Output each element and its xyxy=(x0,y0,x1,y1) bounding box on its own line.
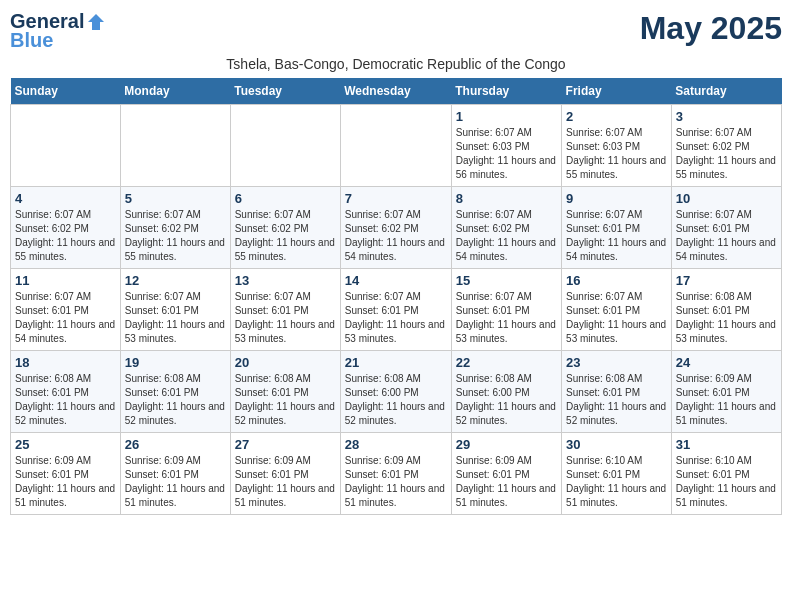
day-number: 23 xyxy=(566,355,667,370)
day-info: Sunrise: 6:10 AM Sunset: 6:01 PM Dayligh… xyxy=(676,454,777,510)
day-info: Sunrise: 6:08 AM Sunset: 6:01 PM Dayligh… xyxy=(676,290,777,346)
calendar-cell xyxy=(230,105,340,187)
day-number: 3 xyxy=(676,109,777,124)
day-number: 6 xyxy=(235,191,336,206)
day-info: Sunrise: 6:09 AM Sunset: 6:01 PM Dayligh… xyxy=(235,454,336,510)
logo: General Blue xyxy=(10,10,108,52)
calendar-cell: 11Sunrise: 6:07 AM Sunset: 6:01 PM Dayli… xyxy=(11,269,121,351)
calendar-cell: 6Sunrise: 6:07 AM Sunset: 6:02 PM Daylig… xyxy=(230,187,340,269)
calendar-cell: 18Sunrise: 6:08 AM Sunset: 6:01 PM Dayli… xyxy=(11,351,121,433)
day-number: 11 xyxy=(15,273,116,288)
calendar-cell: 22Sunrise: 6:08 AM Sunset: 6:00 PM Dayli… xyxy=(451,351,561,433)
day-info: Sunrise: 6:07 AM Sunset: 6:01 PM Dayligh… xyxy=(676,208,777,264)
month-year-title: May 2025 xyxy=(640,10,782,47)
day-number: 27 xyxy=(235,437,336,452)
calendar-cell: 10Sunrise: 6:07 AM Sunset: 6:01 PM Dayli… xyxy=(671,187,781,269)
calendar-cell: 31Sunrise: 6:10 AM Sunset: 6:01 PM Dayli… xyxy=(671,433,781,515)
calendar-cell: 14Sunrise: 6:07 AM Sunset: 6:01 PM Dayli… xyxy=(340,269,451,351)
day-number: 24 xyxy=(676,355,777,370)
calendar-cell: 19Sunrise: 6:08 AM Sunset: 6:01 PM Dayli… xyxy=(120,351,230,433)
day-number: 5 xyxy=(125,191,226,206)
day-info: Sunrise: 6:08 AM Sunset: 6:01 PM Dayligh… xyxy=(125,372,226,428)
calendar-week-5: 25Sunrise: 6:09 AM Sunset: 6:01 PM Dayli… xyxy=(11,433,782,515)
calendar-cell: 25Sunrise: 6:09 AM Sunset: 6:01 PM Dayli… xyxy=(11,433,121,515)
calendar-cell: 4Sunrise: 6:07 AM Sunset: 6:02 PM Daylig… xyxy=(11,187,121,269)
calendar-week-1: 1Sunrise: 6:07 AM Sunset: 6:03 PM Daylig… xyxy=(11,105,782,187)
day-number: 14 xyxy=(345,273,447,288)
calendar-cell: 13Sunrise: 6:07 AM Sunset: 6:01 PM Dayli… xyxy=(230,269,340,351)
logo-icon xyxy=(86,12,106,32)
calendar-header-row: Sunday Monday Tuesday Wednesday Thursday… xyxy=(11,78,782,105)
calendar-cell: 15Sunrise: 6:07 AM Sunset: 6:01 PM Dayli… xyxy=(451,269,561,351)
location-subtitle: Tshela, Bas-Congo, Democratic Republic o… xyxy=(10,56,782,72)
header-saturday: Saturday xyxy=(671,78,781,105)
day-info: Sunrise: 6:07 AM Sunset: 6:01 PM Dayligh… xyxy=(125,290,226,346)
calendar-cell: 21Sunrise: 6:08 AM Sunset: 6:00 PM Dayli… xyxy=(340,351,451,433)
calendar-cell xyxy=(340,105,451,187)
day-info: Sunrise: 6:08 AM Sunset: 6:01 PM Dayligh… xyxy=(235,372,336,428)
day-info: Sunrise: 6:07 AM Sunset: 6:01 PM Dayligh… xyxy=(566,290,667,346)
day-info: Sunrise: 6:08 AM Sunset: 6:00 PM Dayligh… xyxy=(345,372,447,428)
day-info: Sunrise: 6:10 AM Sunset: 6:01 PM Dayligh… xyxy=(566,454,667,510)
day-number: 13 xyxy=(235,273,336,288)
day-info: Sunrise: 6:09 AM Sunset: 6:01 PM Dayligh… xyxy=(456,454,557,510)
day-number: 21 xyxy=(345,355,447,370)
calendar-cell: 17Sunrise: 6:08 AM Sunset: 6:01 PM Dayli… xyxy=(671,269,781,351)
day-info: Sunrise: 6:07 AM Sunset: 6:02 PM Dayligh… xyxy=(125,208,226,264)
day-number: 10 xyxy=(676,191,777,206)
day-info: Sunrise: 6:07 AM Sunset: 6:03 PM Dayligh… xyxy=(456,126,557,182)
day-number: 29 xyxy=(456,437,557,452)
calendar-cell: 26Sunrise: 6:09 AM Sunset: 6:01 PM Dayli… xyxy=(120,433,230,515)
calendar-week-3: 11Sunrise: 6:07 AM Sunset: 6:01 PM Dayli… xyxy=(11,269,782,351)
day-number: 2 xyxy=(566,109,667,124)
day-info: Sunrise: 6:08 AM Sunset: 6:00 PM Dayligh… xyxy=(456,372,557,428)
day-info: Sunrise: 6:07 AM Sunset: 6:02 PM Dayligh… xyxy=(456,208,557,264)
title-section: May 2025 xyxy=(640,10,782,47)
header-wednesday: Wednesday xyxy=(340,78,451,105)
day-info: Sunrise: 6:08 AM Sunset: 6:01 PM Dayligh… xyxy=(566,372,667,428)
calendar-cell: 1Sunrise: 6:07 AM Sunset: 6:03 PM Daylig… xyxy=(451,105,561,187)
calendar-cell: 8Sunrise: 6:07 AM Sunset: 6:02 PM Daylig… xyxy=(451,187,561,269)
day-info: Sunrise: 6:07 AM Sunset: 6:02 PM Dayligh… xyxy=(235,208,336,264)
calendar-cell: 9Sunrise: 6:07 AM Sunset: 6:01 PM Daylig… xyxy=(562,187,672,269)
header-friday: Friday xyxy=(562,78,672,105)
day-number: 31 xyxy=(676,437,777,452)
day-number: 12 xyxy=(125,273,226,288)
calendar-cell: 29Sunrise: 6:09 AM Sunset: 6:01 PM Dayli… xyxy=(451,433,561,515)
calendar-table: Sunday Monday Tuesday Wednesday Thursday… xyxy=(10,78,782,515)
day-number: 16 xyxy=(566,273,667,288)
day-info: Sunrise: 6:07 AM Sunset: 6:02 PM Dayligh… xyxy=(345,208,447,264)
day-info: Sunrise: 6:08 AM Sunset: 6:01 PM Dayligh… xyxy=(15,372,116,428)
day-number: 19 xyxy=(125,355,226,370)
svg-marker-0 xyxy=(88,14,104,30)
calendar-cell: 28Sunrise: 6:09 AM Sunset: 6:01 PM Dayli… xyxy=(340,433,451,515)
calendar-week-4: 18Sunrise: 6:08 AM Sunset: 6:01 PM Dayli… xyxy=(11,351,782,433)
calendar-cell xyxy=(120,105,230,187)
header-thursday: Thursday xyxy=(451,78,561,105)
calendar-cell: 23Sunrise: 6:08 AM Sunset: 6:01 PM Dayli… xyxy=(562,351,672,433)
day-number: 7 xyxy=(345,191,447,206)
logo-blue: Blue xyxy=(10,29,53,52)
header-sunday: Sunday xyxy=(11,78,121,105)
calendar-week-2: 4Sunrise: 6:07 AM Sunset: 6:02 PM Daylig… xyxy=(11,187,782,269)
calendar-cell: 16Sunrise: 6:07 AM Sunset: 6:01 PM Dayli… xyxy=(562,269,672,351)
day-number: 22 xyxy=(456,355,557,370)
calendar-cell: 27Sunrise: 6:09 AM Sunset: 6:01 PM Dayli… xyxy=(230,433,340,515)
calendar-cell: 20Sunrise: 6:08 AM Sunset: 6:01 PM Dayli… xyxy=(230,351,340,433)
page-header: General Blue May 2025 xyxy=(10,10,782,52)
day-number: 18 xyxy=(15,355,116,370)
day-info: Sunrise: 6:09 AM Sunset: 6:01 PM Dayligh… xyxy=(15,454,116,510)
calendar-cell: 3Sunrise: 6:07 AM Sunset: 6:02 PM Daylig… xyxy=(671,105,781,187)
day-number: 8 xyxy=(456,191,557,206)
day-info: Sunrise: 6:09 AM Sunset: 6:01 PM Dayligh… xyxy=(125,454,226,510)
calendar-cell: 30Sunrise: 6:10 AM Sunset: 6:01 PM Dayli… xyxy=(562,433,672,515)
day-info: Sunrise: 6:07 AM Sunset: 6:02 PM Dayligh… xyxy=(15,208,116,264)
calendar-cell: 5Sunrise: 6:07 AM Sunset: 6:02 PM Daylig… xyxy=(120,187,230,269)
calendar-cell: 2Sunrise: 6:07 AM Sunset: 6:03 PM Daylig… xyxy=(562,105,672,187)
day-number: 9 xyxy=(566,191,667,206)
day-number: 25 xyxy=(15,437,116,452)
day-number: 28 xyxy=(345,437,447,452)
calendar-cell: 7Sunrise: 6:07 AM Sunset: 6:02 PM Daylig… xyxy=(340,187,451,269)
day-number: 26 xyxy=(125,437,226,452)
day-info: Sunrise: 6:07 AM Sunset: 6:01 PM Dayligh… xyxy=(345,290,447,346)
